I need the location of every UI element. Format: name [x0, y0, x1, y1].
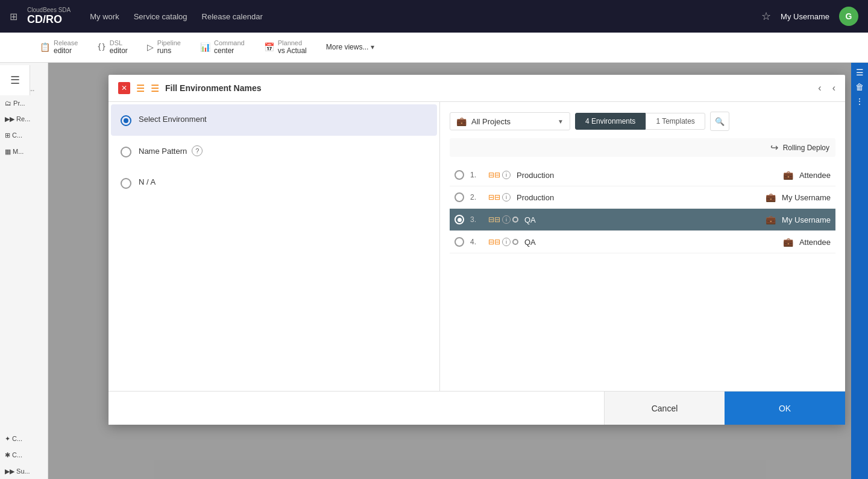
right-panel-trash-icon[interactable]: 🗑 [855, 82, 864, 92]
release-editor-top: Release [54, 39, 78, 46]
option-na-radio [121, 178, 131, 189]
right-panel-menu-icon[interactable]: ☰ [856, 68, 864, 77]
env-username-2: My Username [782, 193, 831, 202]
search-button[interactable]: 🔍 [710, 112, 729, 131]
modal-body: Select Environment Name Pattern ? [108, 102, 845, 391]
env-row-1[interactable]: 1. ⊟⊟ i Production 💼 Attendee [450, 164, 835, 186]
env-username-3: My Username [782, 215, 831, 224]
ok-button[interactable]: OK [725, 392, 845, 425]
env-info-icon-1[interactable]: i [502, 171, 511, 179]
env-grid-icon-2: ⊟⊟ [488, 193, 500, 201]
modal-close-right-icon[interactable]: ‹ [832, 83, 835, 94]
name-pattern-help-icon[interactable]: ? [192, 145, 203, 156]
nav-release-calendar[interactable]: Release calendar [202, 12, 263, 21]
env-radio-2 [454, 192, 464, 202]
cancel-button[interactable]: Cancel [604, 392, 725, 425]
env-circle-4 [512, 239, 518, 245]
env-num-2: 2. [470, 193, 482, 201]
dsl-editor-top: DSL [110, 39, 128, 46]
right-panel: ☰ 🗑 ⋮ [851, 63, 868, 479]
env-username-4: Attendee [799, 238, 831, 247]
dsl-editor-icon: {} [97, 43, 105, 51]
option-select-env-label: Select Environment [139, 114, 207, 124]
env-name-3: QA [524, 215, 760, 224]
project-dropdown[interactable]: 💼 All Projects ▼ [450, 112, 570, 130]
brand-sub: CloudBees SDA [27, 7, 71, 13]
main-nav: My work Service catalog Release calendar [90, 12, 262, 21]
pipeline-runs-top: Pipeline [157, 39, 181, 46]
env-row-4[interactable]: 4. ⊟⊟ i QA 💼 Attendee [450, 231, 835, 253]
sidebar-re[interactable]: ▶▶ Re... [0, 112, 48, 127]
fill-environment-modal: ✕ ☰ ☰ Fill Environment Names ‹ ‹ Select … [108, 75, 845, 425]
release-editor-icon: 📋 [40, 42, 50, 52]
sidebar-connections[interactable]: ✦ C... [0, 431, 48, 446]
env-radio-4 [454, 237, 464, 247]
env-grid-icon-3: ⊟⊟ [488, 215, 500, 224]
avatar[interactable]: G [839, 7, 858, 26]
env-info-icon-4[interactable]: i [502, 238, 511, 246]
env-row-2[interactable]: 2. ⊟⊟ i Production 💼 My Username [450, 186, 835, 209]
modal-header-icon2: ☰ [151, 83, 159, 94]
more-views-arrow: ▾ [371, 43, 374, 51]
pipeline-runs-bottom: runs [157, 46, 181, 55]
sec-nav-more-views[interactable]: More views... ▾ [316, 33, 385, 62]
env-grid-icon-1: ⊟⊟ [488, 171, 500, 179]
sec-nav-pipeline-runs[interactable]: ▷ Pipeline runs [137, 33, 190, 62]
env-info-icon-3[interactable]: i [502, 215, 511, 224]
sec-nav-release-editor[interactable]: 📋 Release editor [30, 33, 87, 62]
option-name-pattern[interactable]: Name Pattern ? [121, 145, 427, 157]
rolling-deploy-label: Rolling Deploy [783, 144, 829, 152]
sidebar-toggle[interactable]: ☰ [0, 65, 30, 95]
sec-nav-planned-actual[interactable]: 📅 Planned vs Actual [254, 33, 316, 62]
search-icon: 🔍 [715, 117, 725, 126]
nav-right: ☆ My Username G [761, 7, 858, 26]
env-num-4: 4. [470, 238, 482, 246]
planned-actual-top: Planned [278, 39, 307, 46]
nav-my-work[interactable]: My work [90, 12, 119, 21]
sidebar-m[interactable]: ▦ M... [0, 144, 48, 159]
command-center-top: Command [214, 39, 245, 46]
environments-list: 1. ⊟⊟ i Production 💼 Attendee [450, 164, 835, 253]
dsl-editor-bottom: editor [110, 46, 128, 55]
env-info-icon-2[interactable]: i [502, 193, 511, 201]
grid-menu-icon[interactable]: ⊞ [10, 11, 17, 22]
dropdown-arrow-icon: ▼ [558, 118, 564, 125]
env-row-3[interactable]: 3. ⊟⊟ i QA 💼 My Username [450, 209, 835, 231]
option-select-env-radio [121, 115, 131, 126]
env-user-icon-4: 💼 [783, 237, 793, 247]
env-icons-1: ⊟⊟ i [488, 171, 511, 179]
nav-service-catalog[interactable]: Service catalog [134, 12, 187, 21]
modal-collapse-icon[interactable]: ‹ [818, 83, 821, 94]
templates-tab[interactable]: 1 Templates [646, 113, 705, 130]
main-area: ← My... Hierarch... 🗂 Pr... ▶▶ Re... ⊞ C… [0, 63, 868, 479]
sec-nav-command-center[interactable]: 📊 Command center [190, 33, 254, 62]
right-panel-dots-icon[interactable]: ⋮ [855, 97, 864, 106]
content-area: ✕ ☰ ☰ Fill Environment Names ‹ ‹ Select … [48, 63, 851, 479]
tab-buttons: 4 Environments 1 Templates [575, 113, 705, 130]
sidebar-su[interactable]: ▶▶ Su... [0, 464, 48, 479]
env-user-icon-3: 💼 [766, 215, 776, 224]
secondary-nav: ☰ 📋 Release editor {} DSL editor ▷ Pipel… [0, 33, 868, 63]
sec-nav-dsl-editor[interactable]: {} DSL editor [87, 33, 137, 62]
sidebar-tools[interactable]: ✱ C... [0, 448, 48, 463]
option-na-label: N / A [139, 177, 156, 186]
env-user-icon-2: 💼 [766, 192, 776, 202]
option-na[interactable]: N / A [121, 177, 427, 189]
modal-left-panel: Select Environment Name Pattern ? [108, 102, 440, 391]
project-select-label: All Projects [471, 117, 553, 126]
modal-header-icon: ☰ [136, 83, 145, 94]
command-center-icon: 📊 [200, 42, 210, 52]
option-select-environment[interactable]: Select Environment [111, 104, 437, 136]
option-name-pattern-radio [121, 147, 131, 157]
environments-tab[interactable]: 4 Environments [575, 113, 646, 130]
sidebar-pr[interactable]: 🗂 Pr... [0, 96, 48, 110]
modal-title: Fill Environment Names [165, 83, 812, 93]
star-icon[interactable]: ☆ [761, 10, 771, 23]
env-num-1: 1. [470, 171, 482, 179]
sidebar-c[interactable]: ⊞ C... [0, 128, 48, 143]
env-user-icon-1: 💼 [783, 170, 793, 180]
modal-footer: Cancel OK [108, 391, 845, 425]
modal-close-button[interactable]: ✕ [118, 82, 130, 94]
brand-main: CD/RO [27, 13, 71, 26]
release-editor-bottom: editor [54, 46, 78, 55]
